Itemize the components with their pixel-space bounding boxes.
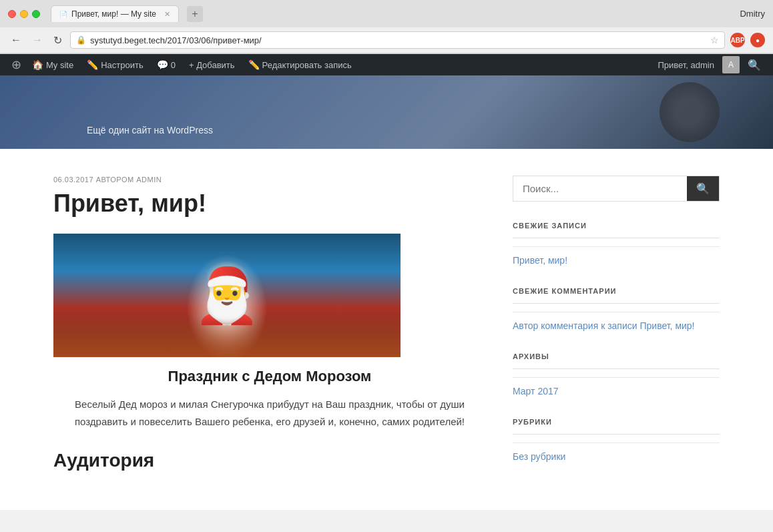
site-tagline: Ещё один сайт на WordPress — [0, 125, 773, 136]
traffic-light-green[interactable] — [32, 10, 40, 18]
divider — [513, 443, 720, 443]
main-content: 06.03.2017 АВТОРОМ ADMIN Привет, мир! 🎅 … — [53, 176, 486, 483]
back-button[interactable]: ← — [8, 33, 24, 47]
sidebar-search-button[interactable]: 🔍 — [687, 176, 719, 201]
edit-label: Редактировать запись — [262, 60, 352, 70]
site-body: 06.03.2017 АВТОРОМ ADMIN Привет, мир! 🎅 … — [0, 149, 773, 510]
site-header: Ещё один сайт на WordPress — [0, 75, 773, 149]
header-overlay — [0, 75, 773, 149]
recent-posts-title: СВЕЖИЕ ЗАПИСИ — [513, 222, 720, 238]
admin-bar-edit[interactable]: ✏️ Редактировать запись — [242, 54, 358, 75]
post-meta: 06.03.2017 АВТОРОМ ADMIN — [53, 176, 486, 184]
post-title: Привет, мир! — [53, 189, 486, 218]
recent-comment-link-0[interactable]: Автор комментария к записи Привет, мир! — [513, 318, 720, 334]
recent-post-link-0[interactable]: Привет, мир! — [513, 252, 720, 268]
address-bar[interactable] — [90, 35, 706, 45]
archive-link-0[interactable]: Март 2017 — [513, 383, 720, 399]
bookmark-button[interactable]: ☆ — [710, 35, 719, 45]
comments-icon: 💬 — [157, 59, 168, 70]
admin-bar-add[interactable]: + Добавить — [182, 54, 242, 75]
admin-bar-customize[interactable]: ✏️ Настроить — [80, 54, 150, 75]
browser-titlebar: 📄 Привет, мир! — My site ✕ + Dmitry — [0, 0, 773, 27]
post-date: 06.03.2017 — [53, 176, 93, 184]
post-author[interactable]: ADMIN — [136, 176, 162, 184]
article-section2-title: Аудитория — [53, 450, 486, 471]
search-widget: 🔍 — [513, 176, 720, 202]
traffic-light-yellow[interactable] — [20, 10, 28, 18]
new-tab-button[interactable]: + — [187, 6, 203, 22]
admin-bar-site-name[interactable]: 🏠 My site — [25, 54, 80, 75]
tab-title: Привет, мир! — My site — [71, 9, 156, 19]
site-name-label: My site — [46, 60, 73, 70]
divider — [513, 377, 720, 378]
add-label: + Добавить — [189, 60, 235, 70]
category-link-0[interactable]: Без рубрики — [513, 449, 720, 465]
wp-logo[interactable]: ⊕ — [7, 55, 25, 74]
traffic-light-red[interactable] — [8, 10, 16, 18]
lock-icon: 🔒 — [76, 35, 86, 45]
comments-count: 0 — [171, 60, 176, 70]
browser-chrome: 📄 Привет, мир! — My site ✕ + Dmitry ← → … — [0, 0, 773, 54]
widget-recent-comments: СВЕЖИЕ КОММЕНТАРИИ Автор комментария к з… — [513, 287, 720, 334]
forward-button[interactable]: → — [29, 33, 45, 47]
browser-user: Dmitry — [740, 9, 765, 19]
wp-icon: ⊕ — [11, 57, 21, 72]
tab-close-button[interactable]: ✕ — [164, 10, 170, 19]
site-icon: 🏠 — [32, 59, 43, 70]
categories-title: РУБРИКИ — [513, 418, 720, 435]
admin-bar-right: Привет, admin A 🔍 — [652, 56, 766, 73]
widget-categories: РУБРИКИ Без рубрики — [513, 418, 720, 465]
content-wrapper: 06.03.2017 АВТОРОМ ADMIN Привет, мир! 🎅 … — [0, 176, 773, 483]
edit-icon: ✏️ — [248, 59, 260, 70]
admin-greeting[interactable]: Привет, admin — [652, 60, 720, 70]
tab-favicon: 📄 — [59, 11, 67, 18]
article-body-text: Веселый Дед мороз и милая Снегурочка при… — [53, 396, 486, 430]
divider — [513, 246, 720, 247]
widget-recent-posts: СВЕЖИЕ ЗАПИСИ Привет, мир! — [513, 222, 720, 268]
admin-bar-comments[interactable]: 💬 0 — [150, 54, 182, 75]
sidebar: 🔍 СВЕЖИЕ ЗАПИСИ Привет, мир! СВЕЖИЕ КОММ… — [513, 176, 720, 483]
customize-label: Настроить — [101, 60, 144, 70]
address-bar-container: 🔒 ☆ — [70, 31, 725, 49]
admin-avatar[interactable]: A — [722, 56, 740, 73]
customize-icon: ✏️ — [87, 59, 98, 70]
sidebar-search-icon: 🔍 — [696, 182, 710, 195]
traffic-lights — [8, 10, 40, 18]
post-by: АВТОРОМ — [96, 176, 134, 184]
wp-admin-bar: ⊕ 🏠 My site ✏️ Настроить 💬 0 + Добавить … — [0, 54, 773, 75]
refresh-button[interactable]: ↻ — [51, 33, 65, 48]
sidebar-search-input[interactable] — [513, 176, 687, 201]
extension-button[interactable]: ● — [750, 33, 765, 47]
article-subtitle: Праздник с Дедом Морозом — [53, 368, 486, 385]
admin-bar-search-icon[interactable]: 🔍 — [742, 59, 766, 71]
widget-archives: АРХИВЫ Март 2017 — [513, 352, 720, 399]
recent-comments-title: СВЕЖИЕ КОММЕНТАРИИ — [513, 287, 720, 304]
browser-toolbar: ← → ↻ 🔒 ☆ ABP ● — [0, 27, 773, 53]
divider — [513, 312, 720, 312]
adblock-extension-button[interactable]: ABP — [730, 33, 745, 47]
archives-title: АРХИВЫ — [513, 352, 720, 369]
gift-area — [53, 317, 401, 357]
featured-image: 🎅 — [53, 234, 401, 357]
browser-tab[interactable]: 📄 Привет, мир! — My site ✕ — [51, 5, 179, 22]
